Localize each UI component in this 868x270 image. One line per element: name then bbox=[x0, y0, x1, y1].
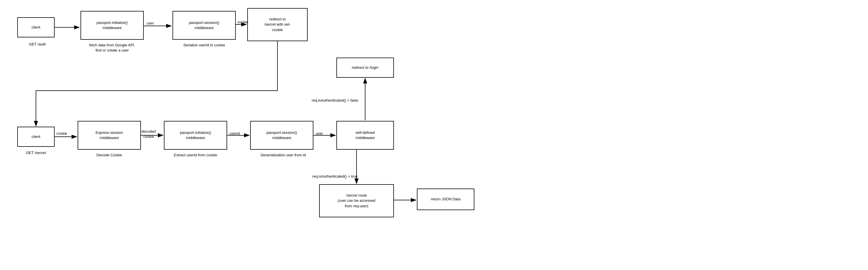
secret-route-box: /secret route(user can be accessedfrom r… bbox=[319, 184, 394, 217]
passport-session-bottom-box: passport.session()middleware bbox=[250, 121, 313, 150]
fetch-data-label: fetch data from Google API,find or creat… bbox=[78, 43, 147, 53]
self-defined-middleware-label: self-definedmiddleware bbox=[355, 130, 375, 140]
passport-init-bottom-box: passport.initialize()middleware bbox=[164, 121, 227, 150]
deserialize-label: Deserialization user from id bbox=[246, 153, 320, 158]
passport-session-top-box: passport.session()middleware bbox=[173, 11, 236, 40]
secret-route-label: /secret route(user can be accessedfrom r… bbox=[338, 193, 375, 209]
cookie-label-top: cookie bbox=[238, 20, 248, 25]
self-defined-middleware-box: self-definedmiddleware bbox=[336, 121, 394, 150]
client-top-label: client bbox=[32, 25, 40, 30]
redirect-login-label: redirect to /login bbox=[352, 65, 379, 70]
return-json-box: return JSON Data bbox=[417, 189, 474, 210]
req-true-label: req.isAuthenticated() = true bbox=[302, 174, 368, 179]
req-false-label: req.isAuthenticated() = false bbox=[302, 98, 368, 103]
client-top-box: client bbox=[17, 17, 55, 37]
client-bottom-label: client bbox=[32, 134, 40, 139]
passport-init-top-box: passport.initialize()middleware bbox=[81, 11, 144, 40]
userid-label: userId bbox=[229, 131, 240, 136]
decode-cookie-label: Decode Cookie bbox=[78, 153, 141, 158]
passport-session-top-label: passport.session()middleware bbox=[189, 20, 219, 30]
get-auth-label: GET /auth bbox=[22, 42, 53, 47]
passport-init-top-label: passport.initialize()middleware bbox=[97, 20, 128, 30]
serialize-label: Serialize userId to cookie bbox=[169, 43, 239, 48]
user-label-top: user bbox=[147, 21, 154, 26]
passport-init-bottom-label: passport.initialize()middleware bbox=[180, 130, 211, 140]
extract-userid-label: Extract userId from cookie bbox=[161, 153, 230, 158]
user-label-bottom: user bbox=[316, 131, 323, 136]
redirect-login-box: redirect to /login bbox=[336, 58, 394, 78]
return-json-label: return JSON Data bbox=[431, 197, 460, 202]
diagram-container: client passport.initialize()middleware p… bbox=[0, 0, 868, 270]
client-bottom-box: client bbox=[17, 127, 55, 147]
get-secret-label: GET /secret bbox=[17, 150, 55, 156]
decoded-cookie-label: decodedcookie bbox=[142, 129, 156, 139]
express-session-box: Express-sessionmiddleware bbox=[78, 121, 141, 150]
redirect-set-cookie-box: redirect to/secret with set-cookie bbox=[247, 8, 308, 41]
redirect-set-cookie-label: redirect to/secret with set-cookie bbox=[264, 17, 290, 32]
express-session-label: Express-sessionmiddleware bbox=[95, 130, 123, 140]
cookie-label-bottom: cookie bbox=[56, 131, 67, 136]
passport-session-bottom-label: passport.session()middleware bbox=[267, 130, 297, 140]
